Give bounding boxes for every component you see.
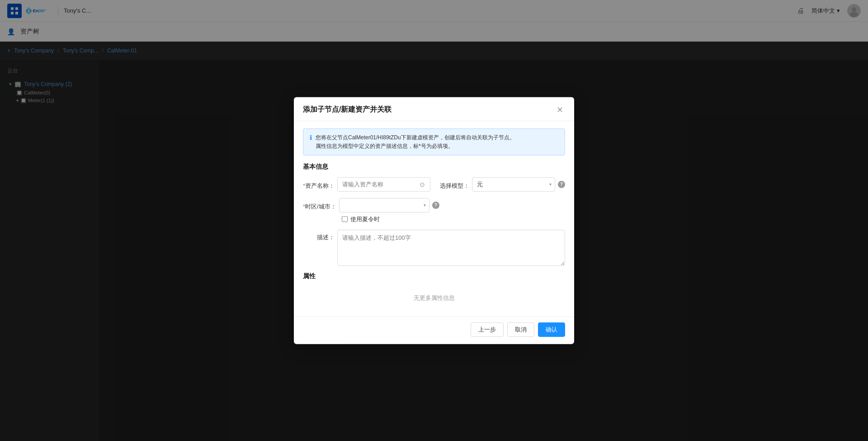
info-text: 您将在父节点CalMeter01/HI89tZDu下新建虚模资产，创建后将自动关… xyxy=(316,133,515,150)
model-label: 选择模型： xyxy=(438,179,469,190)
model-help-icon[interactable]: ? xyxy=(558,181,565,188)
attributes-title: 属性 xyxy=(303,272,565,280)
scan-icon[interactable]: ⊙ xyxy=(418,180,427,189)
timezone-select[interactable] xyxy=(339,198,429,213)
add-child-node-dialog: 添加子节点/新建资产并关联 ✕ ℹ 您将在父节点CalMeter01/HI89t… xyxy=(294,97,574,344)
dialog-close-button[interactable]: ✕ xyxy=(554,104,565,115)
model-select[interactable]: 元 xyxy=(472,177,555,192)
dst-row: 使用夏令时 xyxy=(303,215,565,223)
dialog-body: ℹ 您将在父节点CalMeter01/HI89tZDu下新建虚模资产，创建后将自… xyxy=(294,121,574,316)
description-row: 描述： xyxy=(303,230,565,266)
description-textarea[interactable] xyxy=(337,230,565,266)
info-line-1: 您将在父节点CalMeter01/HI89tZDu下新建虚模资产，创建后将自动关… xyxy=(316,133,515,142)
asset-name-input-wrapper: ⊙ xyxy=(337,177,430,192)
dst-label: 使用夏令时 xyxy=(350,215,380,223)
no-attributes-text: 无更多属性信息 xyxy=(303,287,565,309)
asset-name-model-row: *资产名称： ⊙ 选择模型： 元 ▾ ? xyxy=(303,177,565,192)
dialog-footer: 上一步 取消 确认 xyxy=(294,317,574,344)
dialog-header: 添加子节点/新建资产并关联 ✕ xyxy=(294,97,574,121)
info-icon: ℹ xyxy=(310,133,312,150)
description-label: 描述： xyxy=(303,230,335,242)
timezone-row: *时区/城市： ▾ ? xyxy=(303,198,565,213)
confirm-button[interactable]: 确认 xyxy=(538,322,565,337)
attributes-section: 属性 无更多属性信息 xyxy=(303,272,565,309)
timezone-help-icon[interactable]: ? xyxy=(432,202,439,209)
dialog-title: 添加子节点/新建资产并关联 xyxy=(303,105,392,114)
timezone-select-wrapper: ▾ xyxy=(339,198,429,213)
cancel-button[interactable]: 取消 xyxy=(507,322,534,337)
prev-button[interactable]: 上一步 xyxy=(471,322,504,337)
info-line-2: 属性信息为模型中定义的资产描述信息，标*号为必填项。 xyxy=(316,142,515,151)
dst-checkbox[interactable] xyxy=(342,216,348,222)
asset-name-label: *资产名称： xyxy=(303,179,335,190)
timezone-label: *时区/城市： xyxy=(303,199,336,211)
model-select-wrapper: 元 ▾ xyxy=(472,177,555,192)
info-banner: ℹ 您将在父节点CalMeter01/HI89tZDu下新建虚模资产，创建后将自… xyxy=(303,128,565,155)
asset-name-input[interactable] xyxy=(337,177,430,192)
basic-info-title: 基本信息 xyxy=(303,163,565,171)
